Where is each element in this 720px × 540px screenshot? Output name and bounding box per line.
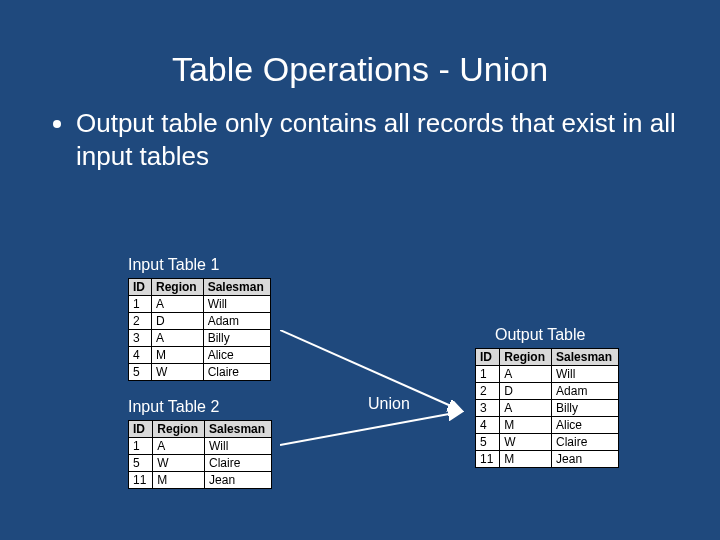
table-row: 5WClaire xyxy=(129,364,271,381)
page-title: Table Operations - Union xyxy=(0,0,720,89)
table-row: 5WClaire xyxy=(476,434,619,451)
input2-label: Input Table 2 xyxy=(128,398,219,416)
table-row: 4MAlice xyxy=(129,347,271,364)
svg-line-1 xyxy=(280,412,460,445)
bullet-item: Output table only contains all records t… xyxy=(76,107,680,172)
table-row: 2DAdam xyxy=(129,313,271,330)
table-row: 3ABilly xyxy=(129,330,271,347)
col-id: ID xyxy=(476,349,500,366)
col-id: ID xyxy=(129,421,153,438)
slide: Table Operations - Union Output table on… xyxy=(0,0,720,540)
output-label: Output Table xyxy=(495,326,585,344)
table-row: 1AWill xyxy=(129,296,271,313)
table-row: 11MJean xyxy=(129,472,272,489)
table-row: 11MJean xyxy=(476,451,619,468)
input-table-1: ID Region Salesman 1AWill 2DAdam 3ABilly… xyxy=(128,278,271,381)
table-row: 1AWill xyxy=(129,438,272,455)
arrow-icon xyxy=(280,400,480,455)
input-table-2: ID Region Salesman 1AWill 5WClaire 11MJe… xyxy=(128,420,272,489)
bullet-list: Output table only contains all records t… xyxy=(0,89,720,172)
col-region: Region xyxy=(153,421,205,438)
col-id: ID xyxy=(129,279,152,296)
output-table: ID Region Salesman 1AWill 2DAdam 3ABilly… xyxy=(475,348,619,468)
input1-label: Input Table 1 xyxy=(128,256,219,274)
col-salesman: Salesman xyxy=(552,349,619,366)
col-salesman: Salesman xyxy=(203,279,270,296)
table-row: 3ABilly xyxy=(476,400,619,417)
svg-line-0 xyxy=(280,330,460,410)
table-row: 2DAdam xyxy=(476,383,619,400)
col-region: Region xyxy=(500,349,552,366)
table-row: 4MAlice xyxy=(476,417,619,434)
table-row: 5WClaire xyxy=(129,455,272,472)
table-row: 1AWill xyxy=(476,366,619,383)
col-region: Region xyxy=(152,279,204,296)
col-salesman: Salesman xyxy=(205,421,272,438)
